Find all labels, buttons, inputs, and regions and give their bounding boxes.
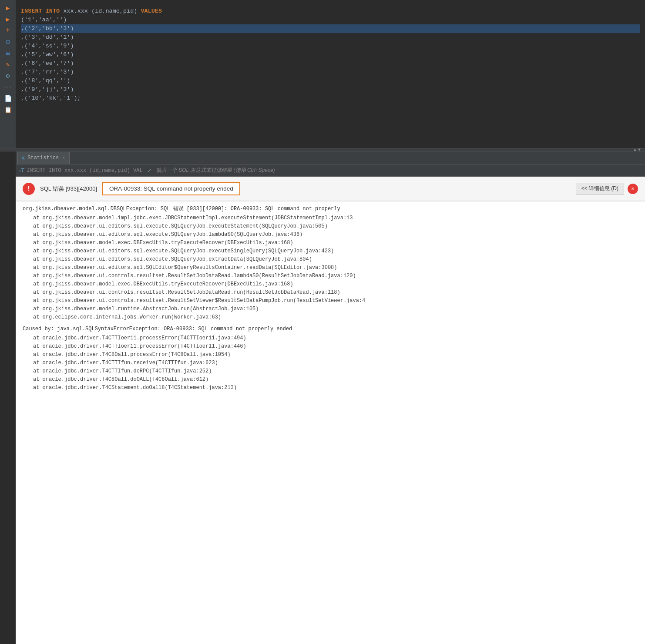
divider-bar[interactable]: ▲ ▼ [0, 148, 645, 151]
code-line-9: ,('8','qq','') [21, 77, 640, 85]
stack-line-5: at org.jkiss.dbeaver.ui.editors.sql.exec… [23, 247, 638, 255]
run-script-icon[interactable]: ▶ [3, 15, 12, 23]
stack-line-4: at org.jkiss.dbeaver.model.exec.DBExecUt… [23, 239, 638, 247]
collapse-icon[interactable]: ⊟ [3, 37, 12, 46]
editor-area: ▶ ▶ + ⊟ ⊞ ✎ ⚙ ··· 📄 📋 INSERT INTO xxx.xx… [0, 0, 645, 148]
stack-line-3: at org.jkiss.dbeaver.ui.editors.sql.exec… [23, 231, 638, 239]
sql-expand-icon[interactable]: ⤢ [147, 167, 152, 174]
error-section: ! SQL 错误 [933][42000] ORA-00933: SQL com… [16, 177, 645, 644]
error-message-box: ORA-00933: SQL command not properly ende… [102, 182, 240, 195]
error-details-section: << 详细信息 (D) ✕ [576, 183, 638, 195]
sql-filter-input[interactable]: 输入一个 SQL 表达式来过滤结果 (使用 Ctrl+Space) [156, 167, 642, 174]
sql-tag: ‹T [19, 168, 24, 174]
code-line-7: ,('6','ee','7') [21, 59, 640, 68]
error-details-button[interactable]: << 详细信息 (D) [576, 183, 624, 195]
oracle-stack-line-3: at oracle.jdbc.driver.T4C8Oall.processEr… [23, 351, 638, 359]
stack-line-6: at org.jkiss.dbeaver.ui.editors.sql.exec… [23, 255, 638, 264]
error-message-text: ORA-00933: SQL command not properly ende… [109, 185, 233, 192]
stack-first-line: org.jkiss.dbeaver.model.sql.DBSQLExcepti… [23, 205, 638, 213]
stack-line-9: at org.jkiss.dbeaver.model.exec.DBExecUt… [23, 280, 638, 288]
stack-caused-by: Caused by: java.sql.SQLSyntaxErrorExcept… [23, 325, 638, 333]
stack-line-2: at org.jkiss.dbeaver.ui.editors.sql.exec… [23, 222, 638, 231]
statistics-tab[interactable]: ⊞ Statistics × [17, 152, 70, 164]
stack-trace[interactable]: org.jkiss.dbeaver.model.sql.DBSQLExcepti… [16, 201, 645, 644]
code-line-10: ,('9','jj','3') [21, 85, 640, 94]
code-line-5: ,('4','ss','9') [21, 42, 640, 50]
code-line-11: ,('10','kk','1'); [21, 94, 640, 103]
left-sidebar: ▶ ▶ + ⊟ ⊞ ✎ ⚙ ··· 📄 📋 [0, 0, 16, 148]
code-line-3: ,('2','bb','3') [21, 24, 640, 33]
oracle-stack-line-6: at oracle.jdbc.driver.T4C8Oall.doOALL(T4… [23, 376, 638, 384]
sql-filter-placeholder: 输入一个 SQL 表达式来过滤结果 (使用 Ctrl+Space) [156, 167, 275, 173]
run-icon[interactable]: ▶ [3, 3, 12, 12]
stack-line-11: at org.jkiss.dbeaver.ui.controls.results… [23, 297, 638, 305]
sql-tag-icon: ‹T [19, 168, 24, 174]
code-line-6: ,('5','ww','6') [21, 50, 640, 59]
stack-line-7: at org.jkiss.dbeaver.ui.editors.sql.SQLE… [23, 264, 638, 272]
error-icon: ! [23, 183, 35, 195]
oracle-stack-line-2: at oracle.jdbc.driver.T4CTTIoer11.proces… [23, 342, 638, 351]
statistics-tab-icon: ⊞ [22, 155, 25, 161]
stack-line-1: at org.jkiss.dbeaver.model.impl.jdbc.exe… [23, 214, 638, 222]
error-sql-label: SQL 错误 [933][42000] [40, 185, 97, 193]
more-icon[interactable]: ··· [3, 83, 12, 91]
oracle-stack-line-1: at oracle.jdbc.driver.T4CTTIoer11.proces… [23, 334, 638, 342]
code-line-1: INSERT INTO xxx.xxx (id,name,pid) VALUES [21, 7, 640, 16]
error-clear-icon: ✕ [631, 185, 634, 192]
bottom-section: ⊞ Statistics × ‹T INSERT INTO xxx.xxx (i… [16, 151, 645, 644]
settings-icon[interactable]: ⚙ [3, 71, 12, 80]
statistics-tab-label: Statistics [27, 155, 59, 161]
edit-icon[interactable]: ✎ [3, 60, 12, 69]
statistics-tab-close[interactable]: × [62, 156, 65, 161]
stack-line-12: at org.jkiss.dbeaver.model.runtime.Abstr… [23, 305, 638, 313]
stack-line-10: at org.jkiss.dbeaver.ui.controls.results… [23, 288, 638, 297]
oracle-stack-line-4: at oracle.jdbc.driver.T4CTTIfun.receive(… [23, 359, 638, 367]
oracle-stack-line-5: at oracle.jdbc.driver.T4CTTIfun.doRPC(T4… [23, 367, 638, 376]
doc-icon[interactable]: 📄 [3, 94, 12, 103]
code-content: INSERT INTO xxx.xxx (id,name,pid) VALUES… [16, 3, 645, 148]
code-line-2: ('1','aa','') [21, 16, 640, 24]
oracle-stack-line-7: at oracle.jdbc.driver.T4CStatement.doOal… [23, 384, 638, 392]
code-line-8: ,('7','rr','3') [21, 68, 640, 77]
tab-bar: ⊞ Statistics × [16, 151, 645, 164]
doc2-icon[interactable]: 📋 [3, 105, 12, 114]
stack-line-13: at org.eclipse.core.internal.jobs.Worker… [23, 313, 638, 322]
sql-query-label: INSERT INTO xxx.xxx (id,name,pid) VAL [27, 168, 142, 174]
add-icon[interactable]: + [3, 26, 12, 35]
error-header: ! SQL 错误 [933][42000] ORA-00933: SQL com… [16, 177, 645, 201]
code-editor[interactable]: INSERT INTO xxx.xxx (id,name,pid) VALUES… [16, 0, 645, 148]
code-line-4: ,('3','dd','1') [21, 33, 640, 42]
error-clear-button[interactable]: ✕ [628, 184, 638, 194]
expand-icon[interactable]: ⊞ [3, 49, 12, 57]
error-icon-label: ! [27, 185, 31, 193]
sql-filter-bar: ‹T INSERT INTO xxx.xxx (id,name,pid) VAL… [16, 164, 645, 177]
stack-line-8: at org.jkiss.dbeaver.ui.controls.results… [23, 272, 638, 280]
